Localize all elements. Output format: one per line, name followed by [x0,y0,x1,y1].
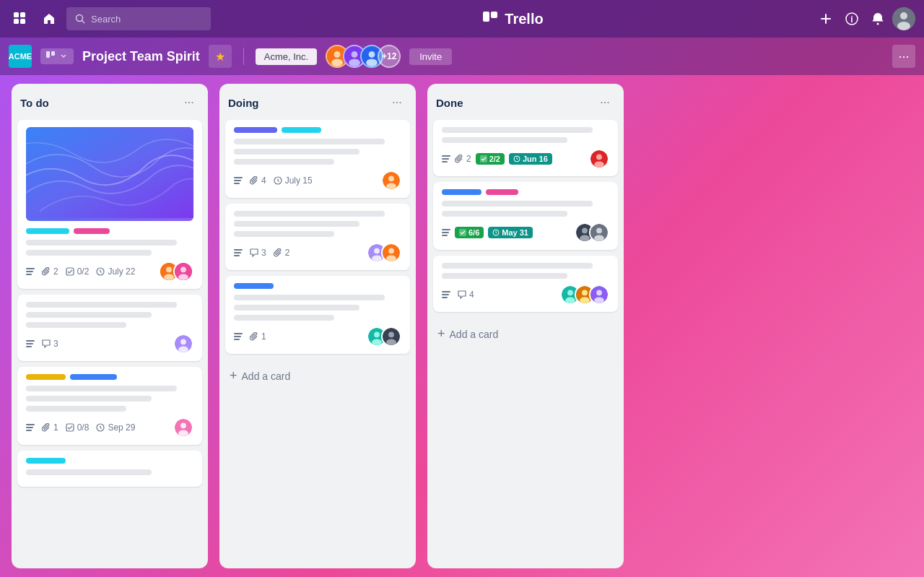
grid-icon[interactable] [9,7,32,30]
add-card-done[interactable]: + Add a card [433,321,618,347]
todo-card-3[interactable]: 1 0/8 Sep 29 [17,367,202,445]
card-line [26,250,152,256]
list-doing-title: Doing [228,97,259,109]
todo-card-2[interactable]: 3 [17,295,202,361]
add-card-label: Add a card [242,370,291,382]
due-date-icon [96,423,105,432]
meta-attachments: 1 [250,331,266,342]
svg-rect-45 [26,424,35,425]
done-card-3[interactable]: 4 [433,256,618,312]
invite-button[interactable]: Invite [409,48,452,65]
card-line [26,312,152,318]
done-card-1[interactable]: 2 2/2 Jun 16 [433,120,618,176]
doing-card-3[interactable]: 1 [225,276,410,354]
svg-point-96 [594,235,604,241]
card-line [26,406,126,412]
svg-rect-80 [442,161,448,162]
card-line [26,396,152,402]
card-line [26,386,177,391]
svg-rect-62 [234,255,240,256]
meta-due: July 15 [274,175,313,186]
card-meta: 2 2/2 Jun 16 [442,149,609,169]
attachment-icon [42,267,51,276]
card-meta: 4 [442,285,609,305]
meta-comments: 3 [42,339,58,349]
card-tags [26,228,193,234]
comments-icon [250,248,258,257]
card-tags [26,374,193,380]
add-button[interactable] [814,7,837,30]
card-avatars [367,243,401,263]
svg-rect-16 [46,51,50,58]
svg-point-76 [388,332,394,338]
card-avatars [173,334,193,354]
meta-description [442,229,450,236]
nav-right-actions: i [814,7,915,30]
svg-point-44 [178,346,188,352]
due-badge: Jun 16 [509,153,552,165]
card-avatar-1 [173,334,193,354]
card-line [442,273,567,279]
add-card-label: Add a card [450,329,499,340]
card-line [442,263,593,269]
svg-point-85 [594,161,604,168]
list-todo-menu[interactable]: ··· [179,92,199,113]
card-line [234,221,359,227]
card-avatar-2 [589,222,609,243]
member-count[interactable]: +12 [378,45,401,68]
card-avatar-1 [173,417,193,438]
card-cover-image [26,127,193,221]
doing-card-2[interactable]: 3 2 [225,204,410,270]
list-done-menu[interactable]: ··· [595,92,615,113]
meta-description [26,424,35,431]
card-meta: 1 [234,326,401,347]
done-card-2[interactable]: 6/6 May 31 [433,182,618,250]
workspace-button[interactable]: Acme, Inc. [256,48,317,65]
card-line [442,211,567,217]
svg-point-59 [386,183,396,189]
svg-point-35 [164,274,174,280]
info-button[interactable]: i [840,7,863,30]
svg-rect-6 [483,12,489,22]
svg-point-4 [77,15,83,22]
svg-point-19 [334,51,341,58]
card-line [234,211,385,217]
svg-rect-97 [442,291,450,292]
svg-point-84 [596,155,602,160]
doing-card-1[interactable]: 4 July 15 [225,120,410,198]
tag-indigo [234,127,277,133]
card-avatars [159,261,193,282]
user-avatar[interactable] [892,7,915,30]
more-options-button[interactable]: ··· [892,45,915,68]
home-icon[interactable] [38,7,61,30]
svg-rect-81 [480,155,487,162]
meta-description [26,340,35,347]
svg-rect-40 [26,343,33,344]
todo-card-4[interactable] [17,451,202,487]
svg-point-51 [180,423,186,429]
board-content: To do ··· [0,75,924,577]
search-bar[interactable]: Search [66,7,211,30]
list-doing-menu[interactable]: ··· [387,92,407,113]
svg-point-37 [180,267,186,273]
star-button[interactable]: ★ [209,45,232,68]
card-avatars [589,149,609,169]
meta-attachments: 2 [274,248,290,258]
card-line [234,295,385,300]
add-card-doing[interactable]: + Add a card [225,363,410,389]
meta-attachments: 2 [42,266,58,277]
member-avatars: +12 [326,45,401,68]
meta-comments: 4 [458,290,474,300]
svg-rect-78 [442,155,450,157]
svg-rect-7 [491,12,497,18]
tag-pink [486,189,518,195]
svg-rect-1 [20,12,25,17]
board-type-button[interactable] [40,48,74,64]
card-line [234,305,359,311]
todo-card-1[interactable]: 2 0/2 July 22 [17,120,202,289]
notifications-button[interactable] [866,7,889,30]
card-meta: 3 [26,334,193,354]
svg-rect-30 [26,274,32,275]
svg-rect-60 [234,249,243,251]
list-doing-header: Doing ··· [225,92,410,113]
